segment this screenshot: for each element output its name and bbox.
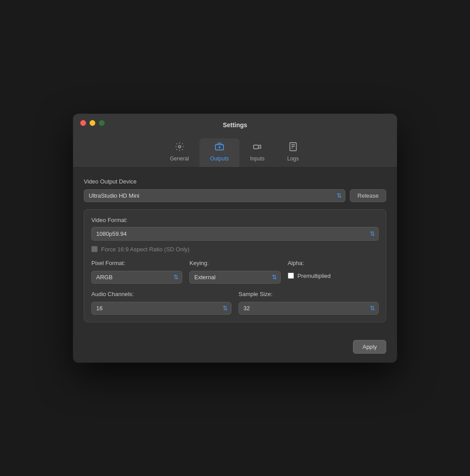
tab-general[interactable]: General bbox=[159, 138, 200, 167]
alpha-label: Alpha: bbox=[288, 260, 379, 266]
content-area: Video Output Device UltraStudio HD Mini … bbox=[73, 168, 397, 340]
svg-rect-3 bbox=[290, 142, 296, 150]
device-row: UltraStudio HD Mini ⇅ Release bbox=[84, 189, 386, 202]
device-section-label: Video Output Device bbox=[84, 178, 386, 185]
tab-inputs-label: Inputs bbox=[250, 156, 265, 162]
tab-inputs[interactable]: Inputs bbox=[239, 138, 275, 167]
video-format-select[interactable]: 1080p59.94 1080p29.97 1080p25 1080p24 72… bbox=[91, 227, 379, 241]
audio-channels-group: Audio Channels: 2 8 16 ⇅ bbox=[91, 291, 231, 315]
sample-size-label: Sample Size: bbox=[239, 291, 379, 297]
video-format-select-wrapper: 1080p59.94 1080p29.97 1080p25 1080p24 72… bbox=[91, 227, 379, 241]
alpha-row: Premultiplied bbox=[288, 273, 379, 279]
pixel-format-group: Pixel Format: ARGB YUV RGBA ⇅ bbox=[91, 260, 182, 284]
tab-outputs-label: Outputs bbox=[210, 156, 229, 162]
window-title: Settings bbox=[80, 121, 390, 129]
force-aspect-label: Force 16:9 Aspect Ratio (SD Only) bbox=[101, 246, 189, 253]
tab-logs-label: Logs bbox=[287, 156, 299, 162]
keying-wrapper: External Internal None ⇅ bbox=[189, 271, 280, 284]
camera-icon bbox=[252, 142, 262, 153]
alpha-group: Alpha: Premultiplied bbox=[288, 260, 379, 284]
footer: Apply bbox=[73, 340, 397, 363]
video-format-label: Video Format: bbox=[91, 217, 379, 223]
force-aspect-checkbox[interactable] bbox=[91, 246, 98, 252]
inner-settings-box: Video Format: 1080p59.94 1080p29.97 1080… bbox=[84, 209, 386, 322]
keying-label: Keying: bbox=[189, 260, 280, 266]
pixel-format-wrapper: ARGB YUV RGBA ⇅ bbox=[91, 271, 182, 284]
pixel-format-select[interactable]: ARGB YUV RGBA bbox=[91, 271, 182, 284]
force-aspect-row: Force 16:9 Aspect Ratio (SD Only) bbox=[91, 246, 379, 253]
gear-icon bbox=[175, 142, 184, 153]
tab-logs[interactable]: Logs bbox=[275, 138, 311, 167]
svg-point-0 bbox=[178, 145, 181, 148]
sample-size-select[interactable]: 16 32 bbox=[239, 302, 379, 315]
premultiplied-label: Premultiplied bbox=[298, 273, 331, 279]
titlebar: Settings General bbox=[73, 114, 397, 168]
keying-select[interactable]: External Internal None bbox=[189, 271, 280, 284]
audio-grid: Audio Channels: 2 8 16 ⇅ Sample Size: bbox=[91, 291, 379, 315]
pixel-format-label: Pixel Format: bbox=[91, 260, 182, 266]
release-button[interactable]: Release bbox=[350, 189, 386, 202]
tabs-container: General Outputs bbox=[80, 138, 390, 167]
device-select[interactable]: UltraStudio HD Mini bbox=[84, 189, 345, 202]
audio-channels-wrapper: 2 8 16 ⇅ bbox=[91, 302, 231, 315]
sample-size-wrapper: 16 32 ⇅ bbox=[239, 302, 379, 315]
fields-grid: Pixel Format: ARGB YUV RGBA ⇅ Keying: bbox=[91, 260, 379, 284]
apply-button[interactable]: Apply bbox=[353, 340, 386, 354]
audio-channels-select[interactable]: 2 8 16 bbox=[91, 302, 231, 315]
settings-window: Settings General bbox=[73, 114, 397, 363]
audio-channels-label: Audio Channels: bbox=[91, 291, 231, 297]
device-select-wrapper: UltraStudio HD Mini ⇅ bbox=[84, 189, 345, 202]
output-icon bbox=[215, 142, 224, 153]
logs-icon bbox=[288, 142, 298, 153]
premultiplied-checkbox[interactable] bbox=[288, 273, 294, 279]
svg-rect-2 bbox=[254, 145, 258, 148]
tab-general-label: General bbox=[170, 156, 189, 162]
keying-group: Keying: External Internal None ⇅ bbox=[189, 260, 280, 284]
tab-outputs[interactable]: Outputs bbox=[200, 138, 239, 167]
sample-size-group: Sample Size: 16 32 ⇅ bbox=[239, 291, 379, 315]
